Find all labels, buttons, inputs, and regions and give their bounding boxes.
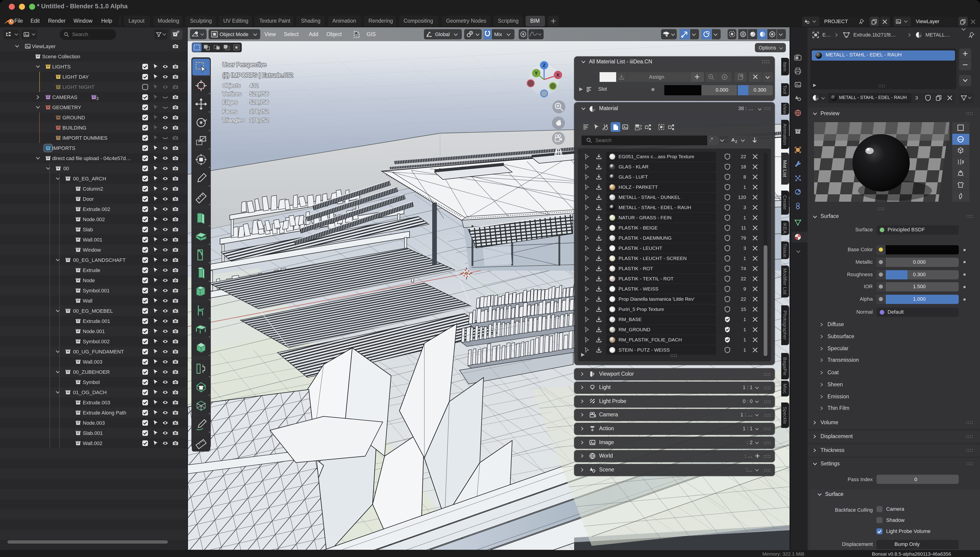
svg-text:Y: Y <box>535 70 538 76</box>
svg-text:528,756: 528,756 <box>250 91 269 97</box>
svg-text:X: X <box>557 72 560 78</box>
svg-text:Z: Z <box>543 63 545 68</box>
svg-text:528,756: 528,756 <box>250 99 269 105</box>
svg-text:Edges: Edges <box>222 99 237 105</box>
svg-text:176,252: 176,252 <box>250 117 269 123</box>
svg-text:Faces: Faces <box>222 109 237 114</box>
svg-text:User Perspective: User Perspective <box>222 61 266 68</box>
svg-text:Vertices: Vertices <box>222 91 241 97</box>
svg-text:176,252: 176,252 <box>250 109 269 114</box>
svg-text:Triangles: Triangles <box>222 117 244 123</box>
svg-text:Objects: Objects <box>222 83 240 89</box>
svg-text:432: 432 <box>250 83 258 89</box>
svg-text:(1) IMPORTS | Extrude.072: (1) IMPORTS | Extrude.072 <box>222 72 293 78</box>
